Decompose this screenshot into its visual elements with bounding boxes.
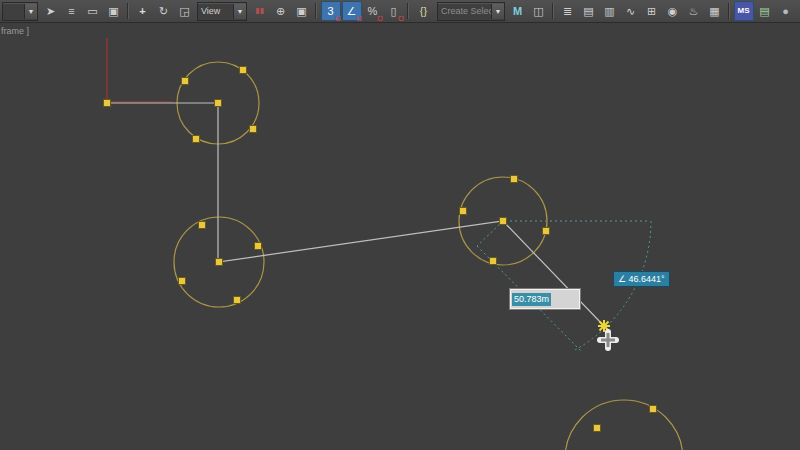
maxscript-button[interactable]: MS bbox=[734, 1, 754, 21]
maxscript-icon: MS bbox=[738, 7, 750, 15]
edit-named-selection-sets-icon: {} bbox=[420, 6, 427, 17]
select-rotate-icon: ↻ bbox=[159, 6, 168, 17]
select-manipulate-icon: ⊕ bbox=[276, 6, 285, 17]
sample-sphere-button[interactable]: ● bbox=[776, 1, 796, 21]
vertex-handle[interactable] bbox=[511, 176, 518, 183]
spinner-snap-button[interactable]: ▯Ω bbox=[384, 1, 404, 21]
rendered-frame-window-icon: ▦ bbox=[709, 6, 719, 17]
ref-coord-dropdown[interactable]: View▼ bbox=[197, 2, 247, 21]
vertex-handle[interactable] bbox=[179, 278, 186, 285]
vertex-handle[interactable] bbox=[240, 67, 247, 74]
3dsmax-window: ▼➤≡▭▣+↻◲View▼▮▮⊕▣3Ω∠Ω%Ω▯Ω{}Create Select… bbox=[0, 0, 800, 450]
select-scale-icon: ◲ bbox=[179, 6, 189, 17]
toolbar-separator bbox=[552, 3, 554, 19]
ref-coord-dropdown-label: View bbox=[198, 6, 233, 16]
vertex-handle[interactable] bbox=[215, 100, 222, 107]
select-object-icon: ➤ bbox=[46, 6, 55, 17]
vertex-handle[interactable] bbox=[460, 208, 467, 215]
circle-shape bbox=[565, 400, 683, 450]
named-selection-set-dropdown[interactable]: Create Selection Se▼ bbox=[437, 2, 505, 21]
distance-input[interactable]: 50.783m bbox=[510, 289, 580, 309]
select-object-button[interactable]: ➤ bbox=[41, 1, 61, 21]
angle-snap-icon: ∠ bbox=[347, 6, 357, 17]
chevron-down-icon: ▼ bbox=[24, 4, 37, 19]
magnet-icon: Ω bbox=[356, 14, 362, 22]
vertex-handle[interactable] bbox=[193, 136, 200, 143]
select-move-icon: + bbox=[139, 6, 145, 17]
vertex-handle[interactable] bbox=[255, 243, 262, 250]
viewport-shading-label: frame ] bbox=[1, 26, 29, 36]
select-by-name-icon: ≡ bbox=[68, 6, 74, 17]
curve-editor-button[interactable]: ∿ bbox=[621, 1, 641, 21]
layer-manager-button[interactable]: ≣ bbox=[558, 1, 578, 21]
viewport-canvas[interactable] bbox=[0, 22, 800, 450]
layer-manager-icon: ≣ bbox=[563, 6, 572, 17]
sample-sphere-icon: ● bbox=[782, 6, 789, 17]
spinner-snap-icon: ▯ bbox=[390, 6, 396, 17]
chevron-down-icon: ▼ bbox=[491, 4, 504, 19]
vertex-handle[interactable] bbox=[500, 218, 507, 225]
snaps-toggle-3d-button[interactable]: 3Ω bbox=[321, 1, 341, 21]
vertex-handle[interactable] bbox=[250, 126, 257, 133]
toolbar-separator bbox=[728, 3, 730, 19]
distance-value: 50.783m bbox=[512, 293, 551, 306]
script-listener-button[interactable]: ▤ bbox=[755, 1, 775, 21]
toolbar-separator bbox=[407, 3, 409, 19]
vertex-handle[interactable] bbox=[199, 222, 206, 229]
select-move-button[interactable]: + bbox=[133, 1, 153, 21]
scene-explorer-button[interactable]: ▥ bbox=[600, 1, 620, 21]
scene-explorer-icon: ▥ bbox=[604, 6, 614, 17]
select-rotate-button[interactable]: ↻ bbox=[154, 1, 174, 21]
window-crossing-icon: ▣ bbox=[108, 6, 118, 17]
select-scale-button[interactable]: ◲ bbox=[175, 1, 195, 21]
chevron-down-icon: ▼ bbox=[233, 4, 246, 19]
angle-tooltip: ∠ 46.6441° bbox=[613, 271, 670, 287]
vertex-handle[interactable] bbox=[543, 228, 550, 235]
named-selection-set-dropdown-label: Create Selection Se bbox=[438, 6, 491, 16]
rect-selection-region-button[interactable]: ▭ bbox=[83, 1, 103, 21]
percent-snap-icon: % bbox=[368, 6, 378, 17]
vertex-handle[interactable] bbox=[490, 258, 497, 265]
vertex-handle[interactable] bbox=[216, 259, 223, 266]
mirror-button[interactable]: M bbox=[508, 1, 528, 21]
gold-teapot-button[interactable]: ♨ bbox=[797, 1, 800, 21]
vertex-handle[interactable] bbox=[234, 297, 241, 304]
material-editor-button[interactable]: ◉ bbox=[663, 1, 683, 21]
script-listener-icon: ▤ bbox=[759, 6, 769, 17]
vertex-handle[interactable] bbox=[182, 78, 189, 85]
schematic-view-button[interactable]: ⊞ bbox=[642, 1, 662, 21]
schematic-view-icon: ⊞ bbox=[647, 6, 656, 17]
graphite-ribbon-icon: ▤ bbox=[583, 6, 593, 17]
percent-snap-button[interactable]: %Ω bbox=[363, 1, 383, 21]
keyboard-override-icon: ▮▮ bbox=[255, 7, 264, 15]
use-center-icon: ▣ bbox=[296, 6, 306, 17]
use-center-button[interactable]: ▣ bbox=[292, 1, 312, 21]
render-setup-button[interactable]: ♨ bbox=[684, 1, 704, 21]
vertex-handle[interactable] bbox=[650, 406, 657, 413]
window-crossing-button[interactable]: ▣ bbox=[104, 1, 124, 21]
angle-snap-button[interactable]: ∠Ω bbox=[342, 1, 362, 21]
keyboard-override-button[interactable]: ▮▮ bbox=[250, 1, 270, 21]
curve-editor-icon: ∿ bbox=[626, 6, 635, 17]
render-setup-icon: ♨ bbox=[689, 6, 699, 17]
graphite-ribbon-button[interactable]: ▤ bbox=[579, 1, 599, 21]
rect-selection-region-icon: ▭ bbox=[87, 6, 97, 17]
mirror-icon: M bbox=[513, 6, 522, 17]
toolbar-separator bbox=[127, 3, 129, 19]
toolbar-separator bbox=[315, 3, 317, 19]
magnet-icon: Ω bbox=[398, 14, 404, 22]
snaps-toggle-3d-icon: 3 bbox=[327, 6, 333, 17]
magnet-icon: Ω bbox=[335, 14, 341, 22]
select-by-name-button[interactable]: ≡ bbox=[62, 1, 82, 21]
material-editor-icon: ◉ bbox=[668, 6, 678, 17]
align-icon: ◫ bbox=[533, 6, 543, 17]
vertex-handle[interactable] bbox=[104, 100, 111, 107]
vertex-handle[interactable] bbox=[594, 425, 601, 432]
magnet-icon: Ω bbox=[377, 14, 383, 22]
rendered-frame-window-button[interactable]: ▦ bbox=[705, 1, 725, 21]
align-button[interactable]: ◫ bbox=[529, 1, 549, 21]
main-toolbar: ▼➤≡▭▣+↻◲View▼▮▮⊕▣3Ω∠Ω%Ω▯Ω{}Create Select… bbox=[0, 0, 800, 23]
edit-named-selection-sets-button[interactable]: {} bbox=[413, 1, 435, 21]
select-manipulate-button[interactable]: ⊕ bbox=[271, 1, 291, 21]
toolbar-left-combo[interactable]: ▼ bbox=[2, 2, 38, 21]
